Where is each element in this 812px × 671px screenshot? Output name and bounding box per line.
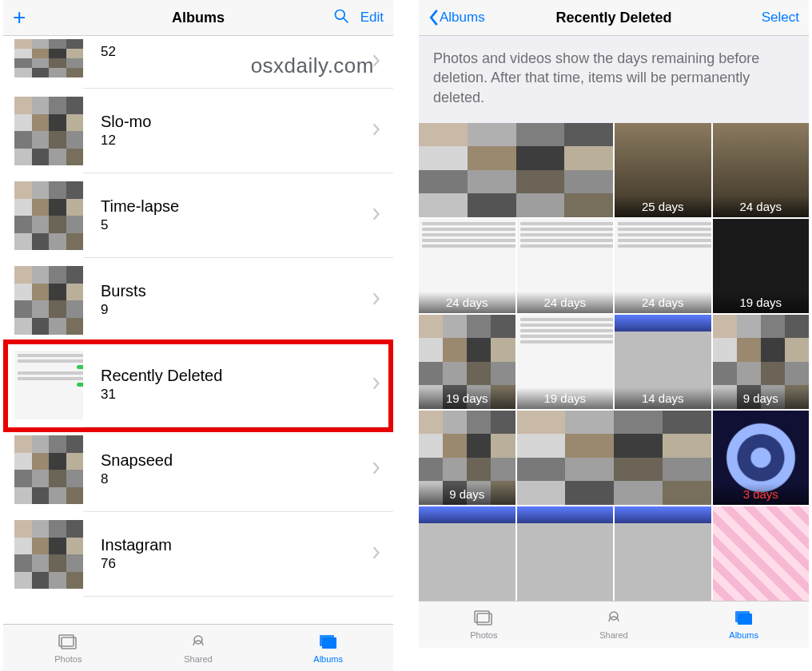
photo-cell[interactable]: 19 days xyxy=(713,219,810,313)
album-info: Time-lapse5 xyxy=(83,173,393,258)
album-count: 31 xyxy=(101,387,385,403)
album-thumbnail xyxy=(14,181,83,250)
deleted-navbar: Albums Recently Deleted Select xyxy=(419,0,809,36)
tab-label: Photos xyxy=(54,654,82,664)
album-name: Snapseed xyxy=(101,451,385,470)
deleted-grid[interactable]: 25 days24 days24 days24 days24 days19 da… xyxy=(419,123,809,601)
svg-rect-6 xyxy=(320,635,334,646)
photo-cell[interactable]: 24 days xyxy=(517,219,614,313)
album-row[interactable]: Snapseed8 xyxy=(3,427,393,512)
album-count: 76 xyxy=(101,556,385,572)
photo-cell[interactable]: 25 days xyxy=(615,123,711,217)
album-info: Bursts9 xyxy=(83,258,393,343)
edit-button[interactable]: Edit xyxy=(360,10,384,26)
select-button[interactable]: Select xyxy=(762,10,799,26)
albums-title: Albums xyxy=(77,10,320,26)
tab-bar-left: PhotosSharedAlbums xyxy=(3,624,393,671)
photo-cell[interactable]: 19 days xyxy=(419,315,515,409)
album-info: Instagram76 xyxy=(83,512,393,597)
albums-screen: + Albums Edit osxdaily.com 52Slo-mo12Tim… xyxy=(3,0,393,671)
album-name: Recently Deleted xyxy=(101,367,385,385)
album-thumbnail xyxy=(14,97,83,165)
tab-label: Albums xyxy=(729,630,758,640)
svg-rect-11 xyxy=(735,611,750,622)
album-row[interactable]: Slo-mo12 xyxy=(3,89,393,173)
tab-label: Shared xyxy=(184,654,212,664)
photo-cell[interactable]: 14 days xyxy=(615,315,711,409)
album-info: 52 xyxy=(83,39,393,89)
days-remaining-label: 9 days xyxy=(713,387,810,409)
photo-cell[interactable] xyxy=(713,506,810,601)
chevron-right-icon xyxy=(372,376,380,394)
albums-icon xyxy=(733,609,755,629)
album-count: 9 xyxy=(101,302,385,318)
albums-navbar: + Albums Edit xyxy=(3,0,393,36)
album-name: Time-lapse xyxy=(101,197,385,216)
days-remaining-label: 19 days xyxy=(713,292,810,313)
photos-icon xyxy=(57,633,79,653)
album-row[interactable]: Time-lapse5 xyxy=(3,173,393,258)
days-remaining-label: 19 days xyxy=(419,387,515,409)
photo-cell[interactable]: 3 days xyxy=(713,411,810,505)
days-remaining-label: 3 days xyxy=(713,483,810,505)
chevron-right-icon xyxy=(372,54,380,71)
album-count: 52 xyxy=(101,44,385,60)
album-row[interactable]: Instagram76 xyxy=(3,512,393,597)
photo-cell[interactable] xyxy=(517,506,614,601)
tab-shared[interactable]: Shared xyxy=(549,602,679,648)
svg-point-9 xyxy=(610,612,618,620)
tab-label: Albums xyxy=(313,654,343,664)
back-button[interactable]: Albums xyxy=(428,9,485,26)
album-row[interactable]: Bursts9 xyxy=(3,258,393,343)
days-remaining-label: 9 days xyxy=(419,483,515,505)
chevron-right-icon xyxy=(372,461,380,478)
tab-photos[interactable]: Photos xyxy=(419,602,549,648)
photos-icon xyxy=(472,609,495,629)
days-remaining-label: 24 days xyxy=(713,196,810,217)
photo-cell[interactable] xyxy=(419,506,515,601)
tab-albums[interactable]: Albums xyxy=(679,602,809,648)
shared-icon xyxy=(187,633,209,653)
albums-icon xyxy=(317,633,340,653)
chevron-right-icon xyxy=(372,207,380,224)
tab-photos[interactable]: Photos xyxy=(3,625,133,671)
photo-cell[interactable] xyxy=(615,506,711,601)
album-info: Snapseed8 xyxy=(83,427,393,512)
photo-cell[interactable]: 19 days xyxy=(517,315,614,409)
search-icon[interactable] xyxy=(333,8,349,27)
photo-cell[interactable]: 24 days xyxy=(615,219,711,313)
album-count: 5 xyxy=(101,217,385,233)
album-thumbnail xyxy=(14,351,83,419)
album-thumbnail xyxy=(14,520,83,589)
album-name: Bursts xyxy=(101,282,385,300)
deleted-title: Recently Deleted xyxy=(492,10,735,26)
svg-point-4 xyxy=(194,636,202,644)
album-thumbnail xyxy=(14,39,83,77)
add-album-button[interactable]: + xyxy=(13,6,26,29)
days-remaining-label: 19 days xyxy=(517,387,614,409)
tab-albums[interactable]: Albums xyxy=(263,625,393,671)
photo-cell[interactable]: 24 days xyxy=(419,219,515,313)
tab-shared[interactable]: Shared xyxy=(133,625,264,671)
album-thumbnail xyxy=(14,266,83,335)
album-row[interactable]: Recently Deleted31 xyxy=(3,343,393,427)
days-remaining-label: 25 days xyxy=(615,196,711,217)
info-banner: Photos and videos show the days remainin… xyxy=(419,36,809,123)
photo-cell[interactable]: 24 days xyxy=(713,123,810,217)
photo-cell[interactable]: 9 days xyxy=(419,411,515,505)
back-label: Albums xyxy=(440,10,485,26)
chevron-right-icon xyxy=(372,546,380,563)
tab-bar-right: PhotosSharedAlbums xyxy=(419,601,809,648)
album-info: Recently Deleted31 xyxy=(83,343,393,427)
days-remaining-label: 24 days xyxy=(615,292,711,313)
days-remaining-label: 24 days xyxy=(419,292,515,313)
album-row[interactable]: 52 xyxy=(3,36,393,89)
album-count: 12 xyxy=(101,133,385,149)
photo-cell[interactable]: 9 days xyxy=(713,315,810,409)
tab-label: Photos xyxy=(470,630,497,640)
album-name: Slo-mo xyxy=(101,113,385,131)
album-list[interactable]: osxdaily.com 52Slo-mo12Time-lapse5Bursts… xyxy=(3,36,393,624)
recently-deleted-screen: Albums Recently Deleted Select Photos an… xyxy=(419,0,809,671)
photo-cell[interactable] xyxy=(517,411,711,505)
photo-cell[interactable] xyxy=(419,123,613,217)
